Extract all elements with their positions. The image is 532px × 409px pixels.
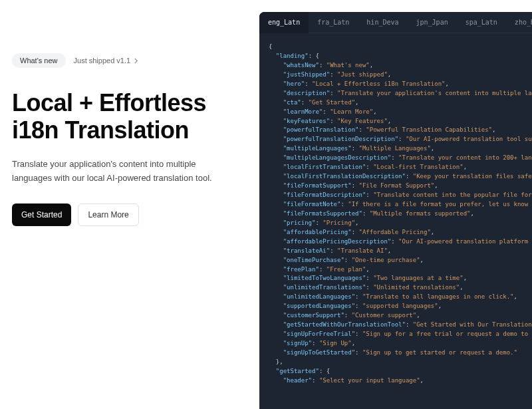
tab-zho-hans[interactable]: zho_Hans [506,12,532,33]
tab-hin-deva[interactable]: hin_Deva [358,12,407,33]
whats-new-badge[interactable]: What's new [12,53,66,68]
tab-eng-latn[interactable]: eng_Latn [259,12,309,33]
language-tabs: eng_Latn fra_Latn hin_Deva jpn_Jpan spa_… [259,12,532,33]
code-panel: eng_Latn fra_Latn hin_Deva jpn_Jpan spa_… [259,12,532,409]
learn-more-button[interactable]: Learn More [78,204,138,226]
tab-fra-latn[interactable]: fra_Latn [309,12,358,33]
just-shipped-link[interactable]: Just shipped v1.1 [74,57,140,65]
chevron-right-icon [133,58,139,64]
just-shipped-label: Just shipped v1.1 [74,57,131,65]
json-code-block: { "landing": { "whatsNew": "What's new",… [259,33,532,409]
tab-spa-latn[interactable]: spa_Latn [457,12,506,33]
page-title: Local + Effortless i18n Translation [12,89,247,144]
tab-jpn-jpan[interactable]: jpn_Jpan [408,12,457,33]
get-started-button[interactable]: Get Started [12,204,71,226]
page-description: Translate your application's content int… [12,158,238,186]
